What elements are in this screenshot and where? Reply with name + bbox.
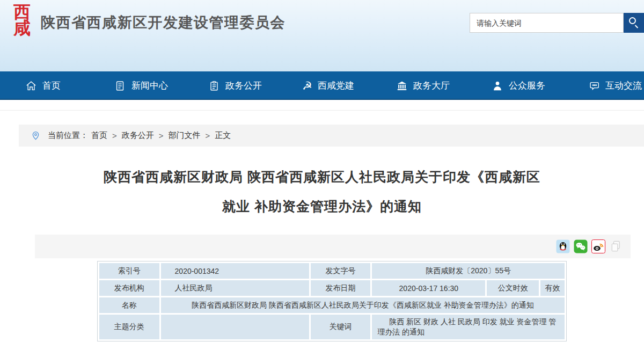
doc-number-label: 发文字号 <box>310 263 371 280</box>
divider-line <box>0 110 644 111</box>
home-icon <box>25 80 37 92</box>
breadcrumb-home[interactable]: 首页 <box>91 130 107 141</box>
nav-item-interaction[interactable]: 互动交流 <box>588 71 642 100</box>
nav-label: 互动交流 <box>605 79 642 92</box>
doc-number-value: 陕西咸财发〔2020〕55号 <box>371 263 566 280</box>
nav-item-gov-affairs[interactable]: 政务公开 <box>208 71 262 100</box>
search-box <box>470 13 644 33</box>
site-logo[interactable]: 西 咸 <box>6 4 38 37</box>
breadcrumb-separator: > <box>159 131 164 140</box>
breadcrumb-prefix: 当前位置： <box>48 130 88 141</box>
publish-date-label: 发布日期 <box>310 280 371 297</box>
article-title: 陕西省西咸新区财政局 陕西省西咸新区人社民政局关于印发《西咸新区 就业 补助资金… <box>0 162 644 221</box>
category-value <box>160 314 310 340</box>
party-emblem-icon: ☭ <box>302 80 312 92</box>
breadcrumb-separator: > <box>112 131 117 140</box>
name-label: 名称 <box>99 297 160 314</box>
validity-label: 公文时效 <box>486 280 540 297</box>
publish-date-value: 2020-03-17 16:30 <box>371 280 486 297</box>
clipboard-icon <box>208 80 220 92</box>
site-header: 西 咸 陕西省西咸新区开发建设管理委员会 <box>0 0 644 71</box>
logo-char-top: 西 <box>6 4 38 20</box>
table-row: 名称 陕西省西咸新区财政局 陕西省西咸新区人社民政局关于印发《西咸新区就业 补助… <box>99 297 566 314</box>
news-icon <box>114 80 126 92</box>
bank-icon <box>396 80 408 92</box>
table-row: 主题分类 关键词 陕西 新区 财政 人社 民政局 印发 就业 资金管理 管理办法… <box>99 314 566 340</box>
nav-label: 西咸党建 <box>318 79 354 92</box>
publisher-label: 发布机构 <box>99 280 160 297</box>
article-title-line2: 就业 补助资金管理办法》的通知 <box>0 192 644 221</box>
index-value: 2020-001342 <box>160 263 310 280</box>
person-icon <box>492 80 503 92</box>
search-input[interactable] <box>470 13 624 33</box>
nav-item-news[interactable]: 新闻中心 <box>114 71 168 100</box>
document-meta-table: 索引号 2020-001342 发文字号 陕西咸财发〔2020〕55号 发布机构… <box>98 261 566 341</box>
breadcrumb: 当前位置： 首页 > 政务公开 > 部门文件 > 正文 <box>19 125 644 147</box>
nav-label: 公众服务 <box>509 79 545 92</box>
index-label: 索引号 <box>99 263 160 280</box>
name-value: 陕西省西咸新区财政局 陕西省西咸新区人社民政局关于印发《西咸新区就业 补助资金管… <box>160 297 565 314</box>
main-nav: 首页 新闻中心 政务公开 ☭ 西咸党建 <box>0 71 644 100</box>
nav-label: 新闻中心 <box>131 79 168 92</box>
chat-icon <box>588 80 600 92</box>
nav-label: 首页 <box>42 79 61 92</box>
keywords-label: 关键词 <box>310 314 371 340</box>
search-button[interactable] <box>624 13 644 33</box>
site-title: 陕西省西咸新区开发建设管理委员会 <box>41 13 286 32</box>
nav-item-public-service[interactable]: 公众服务 <box>492 71 545 100</box>
breadcrumb-current: 正文 <box>215 130 231 141</box>
copy-icon[interactable] <box>609 239 623 253</box>
nav-label: 政务大厅 <box>413 79 450 92</box>
validity-value: 有效 <box>540 280 566 297</box>
keywords-value: 陕西 新区 财政 人社 民政局 印发 就业 资金管理 管理办法 的通知 <box>371 314 566 340</box>
wechat-share-icon[interactable] <box>574 239 588 253</box>
table-row: 索引号 2020-001342 发文字号 陕西咸财发〔2020〕55号 <box>99 263 566 280</box>
breadcrumb-gov-affairs[interactable]: 政务公开 <box>122 130 154 141</box>
table-row: 发布机构 人社民政局 发布日期 2020-03-17 16:30 公文时效 有效 <box>99 280 566 297</box>
nav-item-home[interactable]: 首页 <box>25 71 61 100</box>
breadcrumb-dept-docs[interactable]: 部门文件 <box>169 130 201 141</box>
breadcrumb-separator: > <box>206 131 210 140</box>
category-label: 主题分类 <box>99 314 160 340</box>
nav-item-party[interactable]: ☭ 西咸党建 <box>302 71 354 100</box>
nav-label: 政务公开 <box>225 79 262 92</box>
nav-item-service-hall[interactable]: 政务大厅 <box>396 71 450 100</box>
search-icon <box>629 17 636 24</box>
logo-char-bottom: 咸 <box>6 20 38 36</box>
publisher-value: 人社民政局 <box>160 280 310 297</box>
location-pin-icon <box>31 130 41 141</box>
article-title-line1: 陕西省西咸新区财政局 陕西省西咸新区人社民政局关于印发《西咸新区 <box>0 162 644 192</box>
weibo-share-icon[interactable] <box>591 239 605 253</box>
share-bar <box>35 235 631 258</box>
page: 西 咸 陕西省西咸新区开发建设管理委员会 首页 <box>0 0 644 349</box>
qq-share-icon[interactable] <box>556 239 570 253</box>
